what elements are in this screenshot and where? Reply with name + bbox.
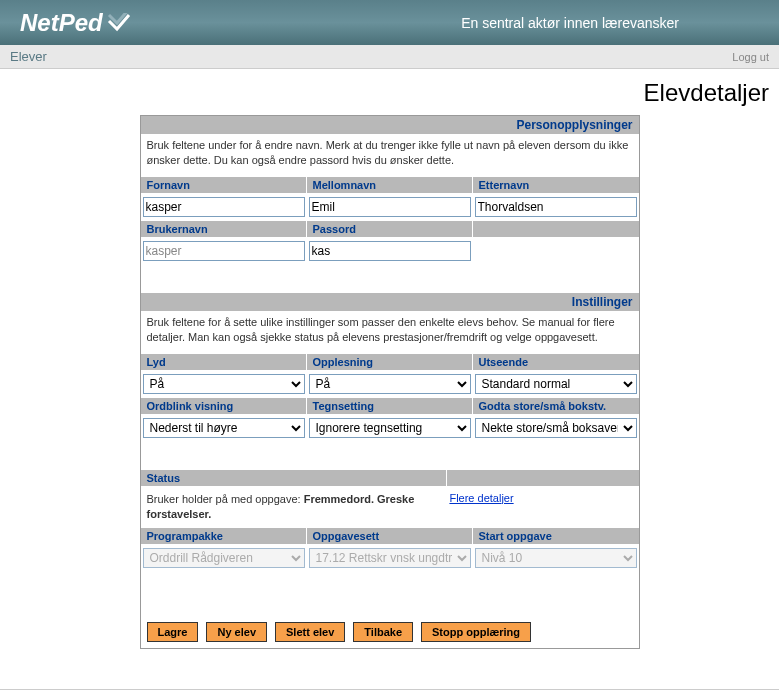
label-empty1 <box>473 221 639 237</box>
label-start-oppgave: Start oppgave <box>473 528 639 544</box>
status-selects-row: Programpakke Orddrill Rådgiveren Oppgave… <box>141 528 639 572</box>
logo-check-icon <box>107 13 131 33</box>
label-status-empty <box>447 470 639 486</box>
label-programpakke: Programpakke <box>141 528 307 544</box>
label-opplesning: Opplesning <box>307 354 473 370</box>
lyd-select[interactable]: På <box>143 374 305 394</box>
name-row: Fornavn Mellomnavn Etternavn <box>141 177 639 221</box>
logo: NetPed <box>20 9 131 37</box>
status-prefix: Bruker holder på med oppgave: <box>147 493 304 505</box>
utseende-select[interactable]: Standard normal <box>475 374 637 394</box>
status-row: Bruker holder på med oppgave: Fremmedord… <box>141 486 639 529</box>
status-header-row: Status <box>141 470 639 486</box>
main-panel: Personopplysninger Bruk feltene under fo… <box>140 115 640 649</box>
stopp-opplaering-button[interactable]: Stopp opplæring <box>421 622 531 642</box>
section-instillinger-desc: Bruk feltene for å sette ulike instillin… <box>141 311 639 354</box>
status-text: Bruker holder på med oppgave: Fremmedord… <box>147 492 440 523</box>
footer: Copyright 2006 <box>0 689 779 696</box>
label-status: Status <box>141 470 447 486</box>
flere-detaljer-link[interactable]: Flere detaljer <box>449 492 513 504</box>
ny-elev-button[interactable]: Ny elev <box>206 622 267 642</box>
app-header: NetPed En sentral aktør innen lærevanske… <box>0 0 779 45</box>
lagre-button[interactable]: Lagre <box>147 622 199 642</box>
mellomnavn-input[interactable] <box>309 197 471 217</box>
fornavn-input[interactable] <box>143 197 305 217</box>
brukernavn-input <box>143 241 305 261</box>
section-instillinger-header: Instillinger <box>141 293 639 311</box>
programpakke-select: Orddrill Rådgiveren <box>143 548 305 568</box>
label-oppgavesett: Oppgavesett <box>307 528 473 544</box>
label-ordblink: Ordblink visning <box>141 398 307 414</box>
start-oppgave-select: Nivå 10 <box>475 548 637 568</box>
section-personopplysninger-desc: Bruk feltene under for å endre navn. Mer… <box>141 134 639 177</box>
label-etternavn: Etternavn <box>473 177 639 193</box>
etternavn-input[interactable] <box>475 197 637 217</box>
label-godta: Godta store/små bokstv. <box>473 398 639 414</box>
label-lyd: Lyd <box>141 354 307 370</box>
subheader-bar: Elever Logg ut <box>0 45 779 69</box>
label-tegnsetting: Tegnsetting <box>307 398 473 414</box>
tegnsetting-select[interactable]: Ignorere tegnsetting <box>309 418 471 438</box>
ordblink-select[interactable]: Nederst til høyre <box>143 418 305 438</box>
oppgavesett-select: 17.12 Rettskr vnsk ungdtr/vok <box>309 548 471 568</box>
section-personopplysninger-header: Personopplysninger <box>141 116 639 134</box>
label-mellomnavn: Mellomnavn <box>307 177 473 193</box>
settings-row-1: Lyd På Opplesning På Utseende Standard n… <box>141 354 639 398</box>
logout-link[interactable]: Logg ut <box>732 51 769 63</box>
slett-elev-button[interactable]: Slett elev <box>275 622 345 642</box>
tagline: En sentral aktør innen lærevansker <box>461 15 679 31</box>
settings-row-2: Ordblink visning Nederst til høyre Tegns… <box>141 398 639 442</box>
credentials-row: Brukernavn Passord <box>141 221 639 265</box>
label-brukernavn: Brukernavn <box>141 221 307 237</box>
breadcrumb[interactable]: Elever <box>10 49 47 64</box>
opplesning-select[interactable]: På <box>309 374 471 394</box>
page-title: Elevdetaljer <box>0 69 779 115</box>
label-fornavn: Fornavn <box>141 177 307 193</box>
label-utseende: Utseende <box>473 354 639 370</box>
godta-select[interactable]: Nekte store/små boksaver <box>475 418 637 438</box>
label-passord: Passord <box>307 221 473 237</box>
logo-text: NetPed <box>20 9 103 37</box>
passord-input[interactable] <box>309 241 471 261</box>
tilbake-button[interactable]: Tilbake <box>353 622 413 642</box>
button-row: Lagre Ny elev Slett elev Tilbake Stopp o… <box>141 612 639 648</box>
